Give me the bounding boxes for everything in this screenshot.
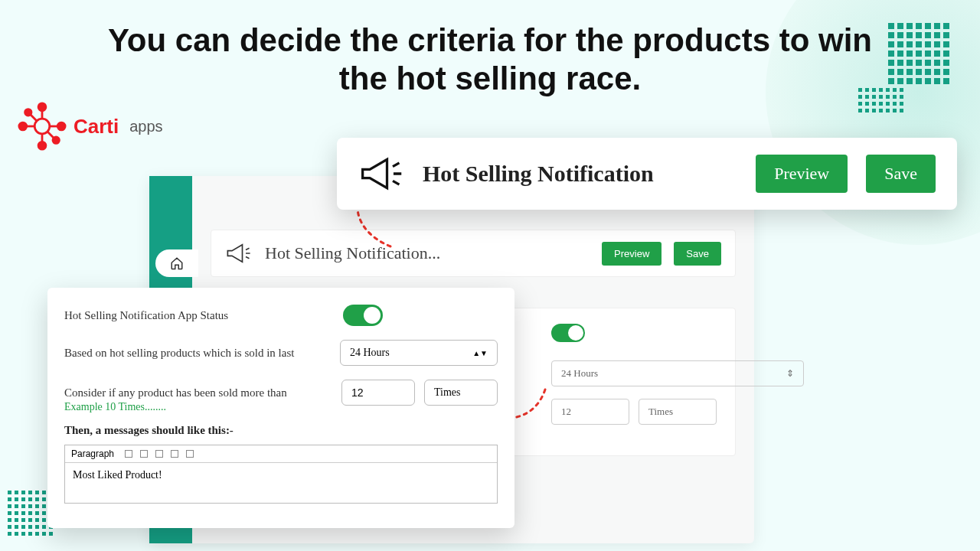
decorative-dots-bl xyxy=(8,491,53,536)
back-save-button[interactable]: Save xyxy=(674,242,721,266)
svg-point-0 xyxy=(34,119,50,134)
status-toggle[interactable] xyxy=(343,305,383,326)
logo-sub-text: apps xyxy=(129,118,162,135)
count-input[interactable] xyxy=(341,380,415,406)
logo-mark-icon xyxy=(15,99,69,153)
consider-label: Consider if any product has been sold mo… xyxy=(64,386,341,399)
message-label: Then, a messages should like this:- xyxy=(64,424,498,437)
chevron-updown-icon: ▲▼ xyxy=(472,351,488,355)
svg-line-11 xyxy=(31,115,37,121)
period-select[interactable]: 24 Hours ▲▼ xyxy=(340,340,498,366)
sidebar-home-tab[interactable] xyxy=(155,249,198,277)
page-headline: You can decide the criteria for the prod… xyxy=(92,21,888,99)
times-unit-label: Times xyxy=(424,380,498,406)
back-header-bar: Hot Selling Notification... Preview Save xyxy=(211,230,736,277)
brand-logo: Carti apps xyxy=(15,99,163,153)
logo-brand-text: Carti xyxy=(74,115,119,139)
svg-point-3 xyxy=(19,122,27,130)
editor-format-buttons[interactable] xyxy=(125,450,194,458)
message-input[interactable]: Most Liked Product! xyxy=(65,463,497,503)
front-header-title: Hot Selling Notification xyxy=(423,161,737,187)
status-label: Hot Selling Notification App Status xyxy=(64,309,343,322)
editor-toolbar: Paragraph xyxy=(65,445,497,463)
svg-point-1 xyxy=(38,103,46,111)
back-status-toggle[interactable] xyxy=(551,324,585,342)
megaphone-icon xyxy=(225,241,253,266)
back-header-title: Hot Selling Notification... xyxy=(265,243,590,263)
back-count-input[interactable]: 12 xyxy=(551,399,629,425)
chevron-updown-icon: ⇕ xyxy=(786,368,794,380)
message-editor: Paragraph Most Liked Product! xyxy=(64,445,498,504)
decorative-dots-tr xyxy=(888,23,949,84)
based-on-label: Based on hot selling products which is s… xyxy=(64,347,340,360)
back-period-select[interactable]: 24 Hours ⇕ xyxy=(551,360,804,386)
megaphone-icon xyxy=(358,154,404,194)
home-icon xyxy=(170,256,184,270)
period-select-value: 24 Hours xyxy=(350,347,390,359)
svg-line-12 xyxy=(47,132,54,138)
back-preview-button[interactable]: Preview xyxy=(602,242,662,266)
front-header-card: Hot Selling Notification Preview Save xyxy=(337,138,957,210)
back-times-label: Times xyxy=(639,399,717,425)
save-button[interactable]: Save xyxy=(866,155,936,193)
preview-button[interactable]: Preview xyxy=(756,155,848,193)
settings-form-card: Hot Selling Notification App Status Base… xyxy=(47,288,514,528)
format-dropdown[interactable]: Paragraph xyxy=(71,448,114,459)
svg-point-2 xyxy=(38,142,46,149)
svg-point-4 xyxy=(57,122,65,130)
back-period-value: 24 Hours xyxy=(561,367,598,380)
